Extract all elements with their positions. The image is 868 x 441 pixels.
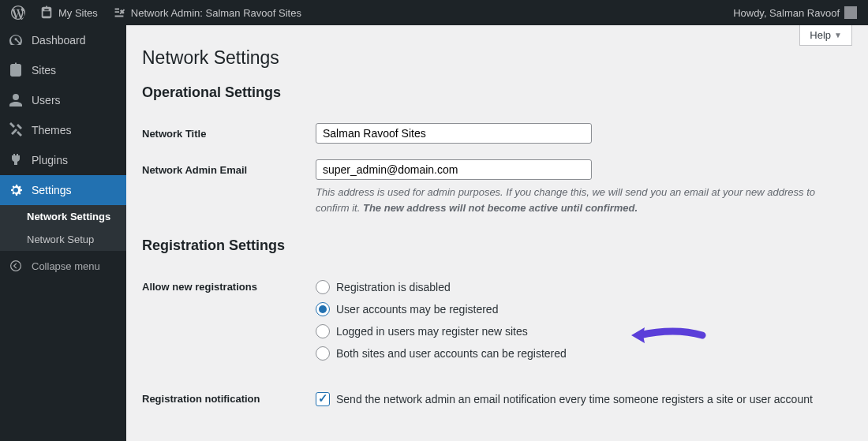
section-operational: Operational Settings xyxy=(142,84,852,101)
reg-notification-option[interactable]: Send the network admin an email notifica… xyxy=(316,388,852,410)
network-title-input[interactable] xyxy=(316,123,592,144)
sidebar-item-dashboard[interactable]: Dashboard xyxy=(0,25,126,55)
sidebar-item-plugins[interactable]: Plugins xyxy=(0,145,126,175)
settings-icon xyxy=(8,182,24,198)
reg-radio-both[interactable] xyxy=(316,346,330,361)
reg-option-both[interactable]: Both sites and user accounts can be regi… xyxy=(316,342,852,364)
sidebar-item-label: Users xyxy=(32,94,61,107)
sidebar-item-label: Plugins xyxy=(32,154,68,166)
plugins-icon xyxy=(8,152,24,168)
sidebar-item-label: Themes xyxy=(32,124,72,136)
reg-option-sites[interactable]: Logged in users may register new sites xyxy=(316,320,852,342)
page-title: Network Settings xyxy=(142,47,852,69)
allow-registrations-label: Allow new registrations xyxy=(142,276,316,293)
collapse-label: Collapse menu xyxy=(32,260,100,272)
main-content: Help ▼ Network Settings Operational Sett… xyxy=(126,25,868,441)
sidebar-item-users[interactable]: Users xyxy=(0,85,126,115)
my-sites-label: My Sites xyxy=(58,7,98,19)
admin-email-description: This address is used for admin purposes.… xyxy=(316,185,836,215)
sidebar-item-settings[interactable]: Settings xyxy=(0,175,126,205)
avatar xyxy=(844,6,857,19)
reg-radio-disabled[interactable] xyxy=(316,280,330,294)
settings-submenu: Network Settings Network Setup xyxy=(0,205,126,251)
sidebar-item-themes[interactable]: Themes xyxy=(0,115,126,145)
collapse-menu[interactable]: Collapse menu xyxy=(0,251,126,281)
my-sites-link[interactable]: My Sites xyxy=(35,6,103,20)
dashboard-icon xyxy=(8,32,24,48)
chevron-down-icon: ▼ xyxy=(834,31,842,39)
help-tab[interactable]: Help ▼ xyxy=(799,25,852,46)
account-link[interactable]: Howdy, Salman Ravoof xyxy=(728,6,862,19)
sidebar-item-label: Settings xyxy=(32,184,72,196)
submenu-network-setup[interactable]: Network Setup xyxy=(0,228,126,251)
network-title-label: Network Title xyxy=(142,123,316,140)
reg-radio-users[interactable] xyxy=(316,302,330,316)
wp-logo[interactable] xyxy=(6,6,30,20)
admin-email-label: Network Admin Email xyxy=(142,159,316,176)
registration-radio-group: Registration is disabled User accounts m… xyxy=(316,276,852,364)
section-registration: Registration Settings xyxy=(142,237,852,254)
registration-notification-label: Registration notification xyxy=(142,388,316,405)
network-admin-label: Network Admin: Salman Ravoof Sites xyxy=(131,7,301,19)
reg-radio-sites[interactable] xyxy=(316,324,330,338)
admin-sidebar: Dashboard Sites Users Themes Plugins Set… xyxy=(0,25,126,441)
sites-icon xyxy=(8,62,24,78)
sidebar-item-label: Dashboard xyxy=(32,34,86,47)
network-admin-link[interactable]: Network Admin: Salman Ravoof Sites xyxy=(107,6,306,20)
svg-point-0 xyxy=(11,261,21,271)
sidebar-item-label: Sites xyxy=(32,64,56,77)
users-icon xyxy=(8,92,24,108)
howdy-text: Howdy, Salman Ravoof xyxy=(733,7,840,19)
sidebar-item-sites[interactable]: Sites xyxy=(0,55,126,85)
help-label: Help xyxy=(810,29,831,41)
reg-notification-checkbox[interactable] xyxy=(316,392,330,406)
themes-icon xyxy=(8,122,24,138)
admin-email-input[interactable] xyxy=(316,159,592,180)
admin-bar: My Sites Network Admin: Salman Ravoof Si… xyxy=(0,0,868,25)
collapse-icon xyxy=(8,258,24,274)
reg-option-disabled[interactable]: Registration is disabled xyxy=(316,276,852,298)
reg-option-users[interactable]: User accounts may be registered xyxy=(316,298,852,320)
submenu-network-settings[interactable]: Network Settings xyxy=(0,205,126,228)
